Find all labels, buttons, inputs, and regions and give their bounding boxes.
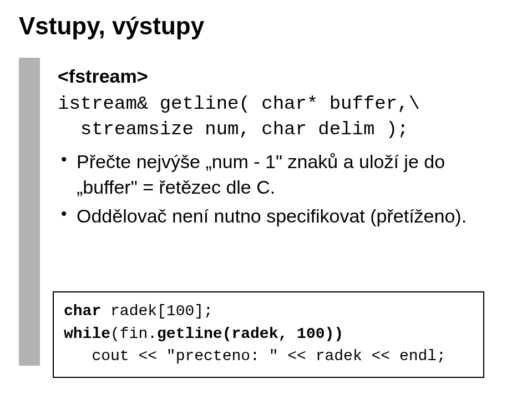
slide-title: Vstupy, výstupy	[19, 12, 204, 40]
function-signature-line-2: streamsize num, char delim );	[58, 117, 510, 143]
code-line: cout << "precteno: " << radek << endl;	[64, 345, 473, 368]
bullet-item: Přečte nejvýše „num - 1" znaků a uloží j…	[58, 149, 510, 200]
slide-content: <fstream> istream& getline( char* buffer…	[58, 65, 510, 232]
code-text: radek[100];	[101, 302, 213, 320]
bullet-list: Přečte nejvýše „num - 1" znaků a uloží j…	[58, 149, 510, 229]
code-keyword: while	[64, 325, 110, 342]
code-example-box: char radek[100]; while(fin.getline(radek…	[53, 291, 484, 378]
function-signature-line-1: istream& getline( char* buffer,\	[58, 92, 510, 117]
slide-subheading: <fstream>	[58, 65, 510, 87]
code-text: (fin.	[110, 325, 157, 342]
code-line: char radek[100];	[64, 300, 473, 323]
presentation-slide: Vstupy, výstupy <fstream> istream& getli…	[0, 0, 532, 399]
decorative-sidebar	[19, 58, 40, 366]
code-keyword: char	[64, 302, 101, 320]
code-line: while(fin.getline(radek, 100))	[64, 323, 473, 346]
bullet-item: Oddělovač není nutno specifikovat (přetí…	[58, 204, 510, 229]
code-call: getline(radek, 100))	[157, 325, 343, 342]
